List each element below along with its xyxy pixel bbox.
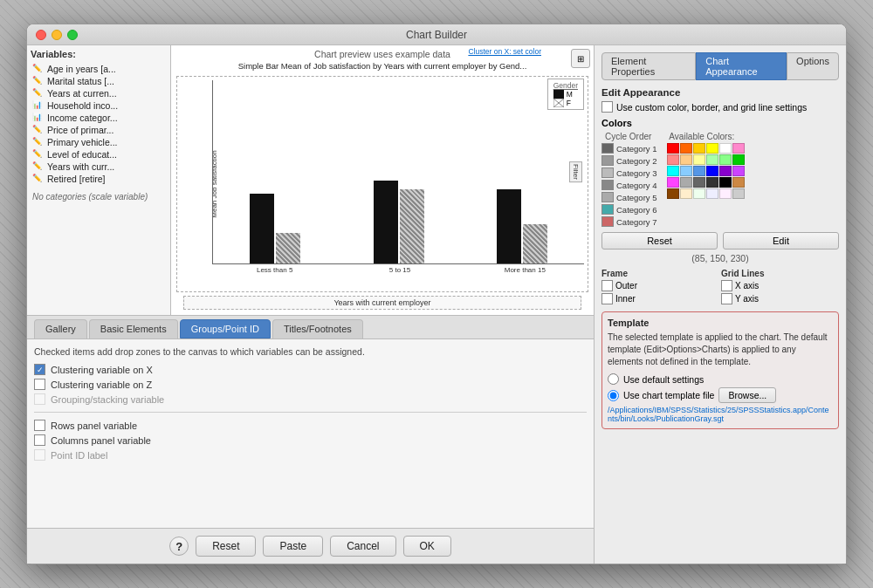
outer-checkbox[interactable] — [601, 280, 613, 291]
avail-swatch[interactable] — [732, 188, 745, 199]
avail-swatch[interactable] — [667, 143, 679, 154]
avail-swatch[interactable] — [693, 154, 705, 165]
variable-item[interactable]: ✏️ Price of primar... — [31, 124, 167, 136]
use-default-radio[interactable] — [608, 373, 619, 385]
cluster-link[interactable]: Cluster on X: set color — [468, 47, 541, 56]
cycle-row: Category 2 — [601, 155, 656, 166]
variable-item[interactable]: ✏️ Years with curr... — [31, 161, 167, 173]
cancel-button[interactable]: Cancel — [330, 536, 395, 557]
var-icon: ✏️ — [32, 161, 45, 172]
variable-item[interactable]: 📊 Household inco... — [31, 99, 167, 112]
avail-swatch[interactable] — [693, 188, 705, 199]
tab-gallery[interactable]: Gallery — [34, 319, 87, 338]
variables-section: Variables: ✏️ Age in years [a... ✏️ Mari… — [27, 45, 171, 315]
avail-swatch[interactable] — [706, 154, 718, 165]
ok-button[interactable]: OK — [403, 536, 451, 557]
cycle-row: Category 1 — [601, 143, 656, 154]
bars-in-group — [217, 194, 333, 263]
tab-chart-appearance[interactable]: Chart Appearance — [696, 52, 787, 80]
variable-item[interactable]: ✏️ Retired [retire] — [31, 173, 167, 185]
point-id-checkbox[interactable] — [34, 449, 45, 461]
var-icon: ✏️ — [32, 174, 45, 184]
close-button[interactable] — [36, 30, 46, 40]
avail-swatch[interactable] — [667, 188, 679, 199]
variable-name: Retired [retire] — [47, 174, 106, 184]
grouping-stacking-checkbox[interactable] — [34, 393, 45, 405]
x-axis-title: Years with current employer — [183, 296, 581, 310]
tab-options[interactable]: Options — [787, 52, 839, 80]
y-axis-checkbox[interactable] — [721, 293, 732, 304]
var-icon: 📊 — [32, 113, 45, 123]
avail-swatch[interactable] — [680, 188, 692, 199]
inner-checkbox[interactable] — [601, 293, 613, 304]
avail-swatch[interactable] — [667, 166, 679, 176]
maximize-button[interactable] — [67, 30, 78, 40]
tab-basic-elements[interactable]: Basic Elements — [89, 319, 178, 338]
columns-panel-checkbox[interactable] — [34, 434, 45, 446]
checkbox-row: Clustering variable on X — [34, 364, 587, 375]
avail-swatch[interactable] — [680, 177, 692, 188]
avail-swatch[interactable] — [719, 143, 732, 154]
paste-button[interactable]: Paste — [263, 536, 323, 557]
avail-swatch[interactable] — [706, 143, 718, 154]
avail-swatch[interactable] — [719, 154, 732, 165]
bar-chart-wrapper: Mean Job satisfaction — [177, 77, 588, 291]
clustering-z-checkbox[interactable] — [34, 379, 45, 390]
avail-swatch[interactable] — [693, 166, 705, 176]
use-file-label: Use chart template file — [623, 390, 714, 400]
avail-swatch[interactable] — [667, 154, 679, 165]
help-button[interactable]: ? — [169, 537, 189, 556]
category-2-label: Category 2 — [616, 156, 656, 166]
main-content: Variables: ✏️ Age in years [a... ✏️ Mari… — [27, 45, 846, 564]
template-path: /Applications/IBM/SPSS/Statistics/25/SPS… — [608, 406, 833, 423]
avail-swatch[interactable] — [732, 154, 745, 165]
avail-swatch[interactable] — [693, 143, 705, 154]
x-label: Less than 5 — [216, 266, 333, 274]
variable-item[interactable]: ✏️ Level of educat... — [31, 148, 167, 161]
avail-swatch[interactable] — [719, 188, 732, 199]
copy-chart-button[interactable]: ⊞ — [571, 49, 590, 68]
chart-area: Chart preview uses example data Simple B… — [171, 45, 594, 315]
avail-swatch[interactable] — [732, 143, 745, 154]
colors-reset-button[interactable]: Reset — [601, 232, 718, 250]
avail-swatch[interactable] — [680, 154, 692, 165]
avail-swatch[interactable] — [706, 188, 718, 199]
x-axis-checkbox[interactable] — [721, 280, 732, 291]
category-1-label: Category 1 — [616, 144, 656, 154]
bar-female — [276, 233, 300, 263]
avail-swatch[interactable] — [706, 177, 718, 188]
browse-button[interactable]: Browse... — [718, 387, 776, 403]
avail-swatch[interactable] — [693, 177, 705, 188]
bar-group — [340, 181, 457, 263]
use-file-radio[interactable] — [608, 390, 619, 401]
avail-swatch[interactable] — [719, 177, 732, 188]
outer-label: Outer — [615, 281, 637, 291]
avail-swatch[interactable] — [719, 166, 732, 176]
template-description: The selected template is applied to the … — [608, 332, 833, 368]
minimize-button[interactable] — [52, 30, 62, 40]
reset-edit-row: Reset Edit — [601, 232, 839, 250]
filter-button[interactable]: Filter — [569, 161, 582, 182]
clustering-x-checkbox[interactable] — [34, 364, 45, 375]
avail-swatch[interactable] — [667, 177, 679, 188]
tab-titles-footnotes[interactable]: Titles/Footnotes — [272, 319, 363, 338]
right-panel-tabs: Element Properties Chart Appearance Opti… — [601, 52, 839, 80]
cycle-row: Category 4 — [601, 180, 656, 190]
tab-groups-point-id[interactable]: Groups/Point ID — [180, 319, 271, 338]
variable-item[interactable]: ✏️ Age in years [a... — [31, 63, 167, 75]
use-custom-checkbox[interactable] — [601, 101, 613, 113]
variable-item[interactable]: ✏️ Years at curren... — [31, 87, 167, 99]
variable-item[interactable]: ✏️ Marital status [... — [31, 75, 167, 87]
variable-name: Years at curren... — [47, 88, 117, 99]
avail-swatch[interactable] — [732, 166, 745, 176]
avail-swatch[interactable] — [680, 166, 692, 176]
avail-swatch[interactable] — [732, 177, 745, 188]
colors-edit-button[interactable]: Edit — [723, 232, 839, 250]
variable-item[interactable]: ✏️ Primary vehicle... — [31, 136, 167, 148]
avail-swatch[interactable] — [706, 166, 718, 176]
reset-button[interactable]: Reset — [196, 536, 256, 557]
tab-element-properties[interactable]: Element Properties — [601, 52, 696, 80]
variable-item[interactable]: 📊 Income categor... — [31, 112, 167, 124]
rows-panel-checkbox[interactable] — [34, 420, 45, 431]
avail-swatch[interactable] — [680, 143, 692, 154]
